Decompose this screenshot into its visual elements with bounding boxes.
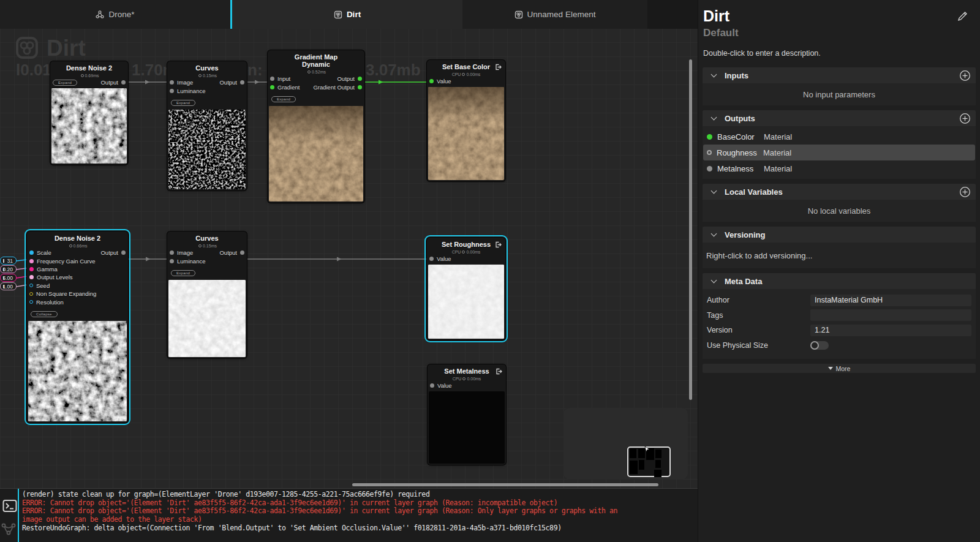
port-input[interactable] [270, 77, 274, 81]
output-row-metalness[interactable]: MetalnessMaterial [703, 160, 975, 176]
section-meta-data-label: Meta Data [725, 277, 762, 286]
param-value-field[interactable]: 0.20 [0, 265, 17, 273]
node-port-row: Value [427, 77, 505, 85]
section-meta-data-header[interactable]: Meta Data [703, 273, 976, 289]
canvas-vertical-scrollbar[interactable] [689, 59, 692, 400]
clock-icon [81, 74, 84, 77]
param-value-field[interactable]: 5.00 [0, 274, 17, 282]
port-resolution[interactable] [29, 300, 33, 304]
node-title: Gradient Map Dynamic [268, 50, 364, 68]
section-outputs: Outputs BaseColorMaterialRoughnessMateri… [703, 110, 976, 179]
port-luminance[interactable] [170, 259, 174, 263]
node-time: 0.00ms [466, 250, 480, 254]
port-gradient-output[interactable] [358, 85, 362, 89]
node-subtitle: 0.69ms [50, 72, 128, 78]
port-output-levels[interactable] [29, 275, 34, 279]
node-port-row: ImageOutput [167, 78, 247, 86]
texture-noise [428, 265, 504, 339]
node-title: Set Base Color [427, 60, 505, 70]
node-port-row: Value [427, 255, 505, 263]
param-value-field[interactable]: 1.00 [0, 282, 17, 290]
node-set-base-color[interactable]: Set Base ColorCPU 0.00msValue [427, 60, 505, 181]
section-versioning-header[interactable]: Versioning [703, 227, 976, 243]
section-local-variables-header[interactable]: Local Variables [703, 184, 976, 200]
node-set-metalness[interactable]: Set MetalnessCPU 0.00msValue [428, 364, 506, 465]
console-gutter [0, 489, 18, 542]
meta-field-author[interactable]: InstaMaterial GmbH [810, 295, 971, 306]
element-variant: Default [703, 27, 974, 39]
section-inputs-header[interactable]: Inputs [703, 67, 976, 83]
port-image[interactable] [170, 250, 174, 255]
port-label: Frequency Gain Curve [37, 258, 96, 265]
port-gradient[interactable] [270, 85, 274, 89]
export-icon[interactable] [495, 64, 502, 70]
material-icon [514, 10, 523, 19]
meta-field-tags[interactable] [810, 309, 971, 321]
node-time: 0.00ms [466, 72, 480, 77]
terminal-icon[interactable] [2, 499, 17, 513]
port-output[interactable] [121, 80, 126, 85]
port-value[interactable] [429, 79, 434, 83]
minimap[interactable] [627, 446, 671, 477]
use-physical-size-toggle[interactable] [810, 341, 829, 350]
meta-value: 1.21 [815, 326, 829, 334]
port-label: Gradient Output [313, 84, 355, 91]
add-output-icon[interactable] [959, 113, 971, 124]
graph-history-icon[interactable] [1, 521, 17, 536]
node-dense-noise-2-top[interactable]: Dense Noise 20.69msExpandOutput [50, 61, 128, 165]
section-outputs-header[interactable]: Outputs [703, 110, 976, 126]
port-output[interactable] [121, 250, 126, 255]
edit-pencil-icon[interactable] [957, 11, 968, 21]
port-output[interactable] [358, 77, 362, 81]
output-row-roughness[interactable]: RoughnessMaterial [703, 145, 975, 160]
meta-row-use-physical-size: Use Physical Size [703, 338, 976, 353]
node-dense-noise-2-bottom[interactable]: Dense Noise 20.66msScaleOutputFrequency … [27, 231, 128, 423]
port-image[interactable] [170, 80, 174, 85]
port-label: Resolution [36, 299, 64, 306]
inspector-header: Dirt Default Double-click to enter a des… [698, 0, 980, 58]
port-label: Value [437, 382, 452, 389]
meta-field-version[interactable]: 1.21 [810, 325, 971, 336]
node-graph-canvas[interactable]: Dirt l0.01m1.70msn: 3.03.07mb Dense Nois… [0, 0, 698, 542]
texture-shade [269, 106, 363, 201]
port-seed[interactable] [29, 284, 33, 287]
console-line: image output can be added to the layer s… [22, 516, 696, 524]
element-description[interactable]: Double-click to enter a description. [703, 49, 974, 58]
port-value[interactable] [430, 383, 434, 388]
port-non-square-expanding[interactable] [29, 292, 33, 296]
node-curves-bottom[interactable]: Curves0.15msImageOutputLuminanceExpand [167, 231, 247, 358]
param-value-field[interactable]: 31 [0, 257, 17, 265]
output-row-basecolor[interactable]: BaseColorMaterial [703, 129, 975, 145]
expand-pill[interactable]: Expand [171, 270, 195, 276]
port-output[interactable] [240, 80, 244, 85]
collapse-pill[interactable]: Collapse [31, 311, 58, 317]
clock-icon [462, 73, 465, 76]
node-curves-top[interactable]: Curves0.15msImageOutputLuminanceExpand [167, 61, 247, 190]
port-output[interactable] [240, 250, 244, 255]
more-button[interactable]: More [703, 364, 976, 373]
port-value[interactable] [429, 257, 434, 261]
add-input-icon[interactable] [959, 70, 971, 81]
node-gradient-map-dynamic[interactable]: Gradient Map Dynamic0.52msInputOutputGra… [268, 50, 364, 203]
tab-unnamed-element[interactable]: Unnamed Element [462, 0, 647, 29]
output-name: Metalness [717, 164, 764, 173]
node-port-row: Non Square Expanding [27, 290, 128, 298]
export-icon[interactable] [496, 368, 502, 375]
expand-pill[interactable]: Expand [171, 100, 195, 106]
tab-dirt[interactable]: Dirt [232, 0, 462, 29]
canvas-horizontal-scrollbar[interactable] [352, 483, 658, 486]
port-label: Image [177, 249, 193, 256]
wire-arrow [146, 257, 151, 262]
expand-pill[interactable]: Expand [53, 80, 77, 86]
expand-pill[interactable]: Expand [271, 96, 296, 102]
node-set-roughness[interactable]: Set RoughnessCPU 0.00msValue [427, 238, 505, 340]
port-scale[interactable] [29, 250, 34, 255]
versioning-hint[interactable]: Right-click to add versioning... [703, 243, 976, 268]
port-luminance[interactable] [170, 89, 174, 93]
add-local-variable-icon[interactable] [959, 186, 971, 198]
output-type: Material [764, 132, 792, 141]
port-gamma[interactable] [29, 267, 34, 271]
tab-drone[interactable]: Drone* [0, 0, 230, 29]
export-icon[interactable] [495, 241, 502, 248]
port-frequency-gain-curve[interactable] [29, 259, 34, 263]
